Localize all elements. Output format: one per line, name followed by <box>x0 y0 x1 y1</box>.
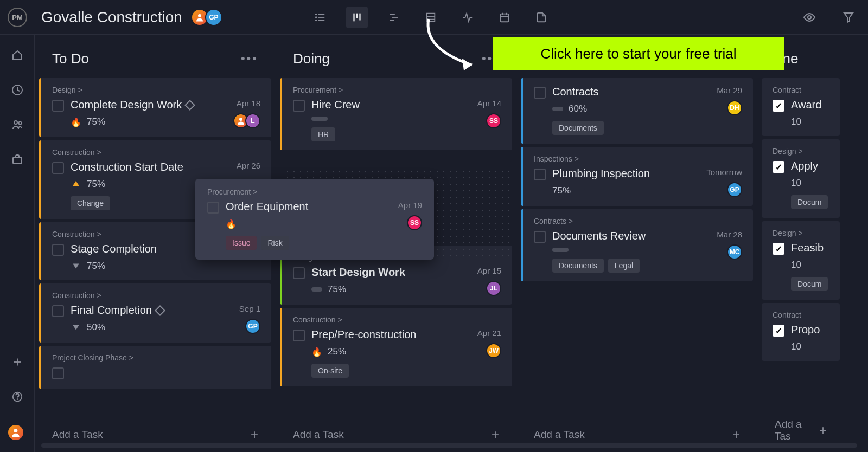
dragged-card[interactable]: Procurement > Order Equipment 🔥 IssueRis… <box>195 179 434 260</box>
clock-icon[interactable] <box>10 82 25 98</box>
card-checkbox[interactable]: ✓ <box>773 100 784 112</box>
card-percent: 75% <box>87 117 105 127</box>
task-card[interactable]: Contract ✓ Propo 10 <box>762 303 840 361</box>
card-checkbox[interactable] <box>293 267 305 279</box>
progress-bar <box>552 248 569 252</box>
card-date: Apr 21 <box>477 328 501 338</box>
task-card[interactable]: Design > ✓ Feasib 10 Docum <box>762 221 840 300</box>
card-checkbox[interactable] <box>534 231 546 243</box>
cards-area: Contracts 60% Documents Mar 29DH Inspect… <box>519 78 755 417</box>
avatar[interactable]: JL <box>486 281 501 296</box>
avatar[interactable]: DH <box>727 100 742 115</box>
priority-bar-icon <box>552 104 563 114</box>
task-card[interactable]: Design > ✓ Apply 10 Docum <box>762 139 840 218</box>
calendar-view-icon[interactable] <box>494 7 515 28</box>
avatar[interactable]: SS <box>407 215 422 230</box>
avatar[interactable]: GP <box>727 182 742 197</box>
avatar[interactable]: SS <box>486 113 501 128</box>
card-checkbox[interactable] <box>293 100 305 112</box>
tag: Issue <box>226 236 257 250</box>
card-title: Contracts <box>552 86 710 98</box>
card-checkbox[interactable]: ✓ <box>773 325 784 337</box>
card-title: Hire Crew <box>311 99 471 111</box>
task-card[interactable]: Inspections > Plumbing Inspection 75% To… <box>521 147 753 206</box>
task-card[interactable]: Procurement > Hire Crew HR Apr 14SS <box>280 78 512 150</box>
card-checkbox[interactable] <box>534 169 546 180</box>
user-avatar[interactable] <box>7 424 24 441</box>
tag: Docum <box>791 195 828 209</box>
card-breadcrumb: Construction > <box>52 291 260 300</box>
card-avatars: MC <box>727 244 742 260</box>
task-card[interactable]: Contract ✓ Award 10 <box>762 78 840 136</box>
task-card[interactable]: Contracts > Documents Review DocumentsLe… <box>521 209 753 281</box>
card-breadcrumb: Project Closing Phase > <box>52 353 260 362</box>
filter-icon[interactable] <box>838 7 859 28</box>
task-card[interactable]: Project Closing Phase > <box>39 346 271 389</box>
card-checkbox[interactable] <box>52 162 64 174</box>
eye-icon[interactable] <box>799 7 820 28</box>
board-column: one Contract ✓ Award 10 Design > ✓ Apply… <box>757 35 844 452</box>
tag: Documents <box>552 259 604 273</box>
tag: Documents <box>552 121 604 135</box>
cards-area: Contract ✓ Award 10 Design > ✓ Apply 10 … <box>760 78 842 409</box>
card-percent: 25% <box>328 346 346 357</box>
card-checkbox[interactable] <box>534 87 546 99</box>
home-icon[interactable] <box>10 48 25 63</box>
task-card[interactable]: Design > Complete Design Work 🔥75% Apr 1… <box>39 78 271 137</box>
board-view-icon[interactable] <box>346 7 368 28</box>
card-date: Tomorrow <box>706 167 742 177</box>
svg-point-31 <box>239 118 242 121</box>
card-date: Mar 28 <box>717 230 742 239</box>
task-card[interactable]: Construction > Prep/Pre-construction 🔥25… <box>280 308 512 386</box>
help-icon[interactable] <box>10 389 25 404</box>
topbar-right <box>799 7 859 28</box>
cta-banner[interactable]: Click here to start your free trial <box>493 37 784 70</box>
people-icon[interactable] <box>10 117 25 132</box>
plus-icon: + <box>819 423 827 438</box>
header-avatars[interactable]: GP <box>191 9 222 26</box>
avatar[interactable]: GP <box>245 319 260 334</box>
card-checkbox[interactable]: ✓ <box>773 243 784 255</box>
briefcase-icon[interactable] <box>10 152 25 167</box>
card-percent: 75% <box>87 261 105 272</box>
card-checkbox[interactable]: ✓ <box>773 161 784 173</box>
left-rail <box>0 35 35 452</box>
avatar[interactable]: MC <box>727 244 742 260</box>
flame-icon: 🔥 <box>226 218 237 229</box>
horizontal-scrollbar[interactable] <box>41 443 857 448</box>
card-checkbox[interactable] <box>52 305 64 317</box>
add-task-label: Add a Task <box>293 429 344 441</box>
card-title: Plumbing Inspection <box>552 167 700 180</box>
task-card[interactable]: Contracts 60% Documents Mar 29DH <box>521 78 753 144</box>
svg-point-4 <box>316 14 317 15</box>
avatar[interactable]: L <box>245 113 260 128</box>
card-checkbox[interactable] <box>52 244 64 256</box>
gantt-view-icon[interactable] <box>383 7 405 28</box>
card-title: Award <box>791 99 829 111</box>
card-checkbox[interactable] <box>52 367 64 379</box>
logo-pm[interactable]: PM <box>8 8 27 27</box>
add-icon[interactable] <box>10 354 25 370</box>
card-breadcrumb: Contract <box>773 311 829 319</box>
task-card[interactable]: Construction > Final Completion 50% Sep … <box>39 283 271 343</box>
svg-point-0 <box>198 14 201 17</box>
file-view-icon[interactable] <box>531 7 552 28</box>
card-date: Sep 1 <box>239 304 260 313</box>
arrow-annotation <box>418 16 494 76</box>
card-percent: 75% <box>87 179 105 190</box>
list-view-icon[interactable] <box>309 7 331 28</box>
avatar[interactable]: GP <box>205 9 222 26</box>
card-date: Apr 26 <box>237 161 260 170</box>
card-title: Prep/Pre-construction <box>311 328 471 341</box>
column-menu-icon[interactable]: ••• <box>241 51 258 66</box>
svg-marker-35 <box>462 59 472 70</box>
tag: Risk <box>261 236 289 250</box>
card-checkbox[interactable] <box>207 202 219 214</box>
priority-bar-icon <box>311 284 322 295</box>
card-checkbox[interactable] <box>293 330 305 341</box>
card-checkbox[interactable] <box>52 100 64 112</box>
tag: Docum <box>791 277 828 291</box>
svg-point-29 <box>17 399 17 399</box>
avatar[interactable]: JW <box>486 343 501 358</box>
svg-rect-25 <box>13 157 22 164</box>
